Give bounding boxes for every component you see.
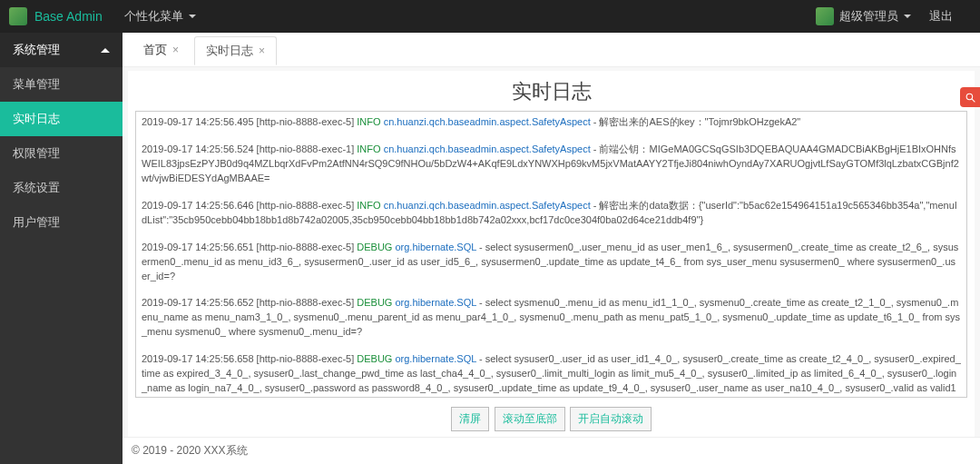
svg-line-1 bbox=[972, 99, 975, 102]
tab-bar: 首页×实时日志× bbox=[122, 33, 980, 67]
sidebar-header-system[interactable]: 系统管理 bbox=[0, 33, 122, 67]
log-level: DEBUG bbox=[357, 353, 392, 364]
tab[interactable]: 首页× bbox=[132, 35, 191, 64]
sidebar-item-label: 权限管理 bbox=[13, 145, 60, 162]
log-entry: 2019-09-17 14:25:56.524 [http-nio-8888-e… bbox=[142, 143, 961, 186]
log-entry: 2019-09-17 14:25:56.646 [http-nio-8888-e… bbox=[142, 199, 961, 228]
nav-user-dropdown[interactable]: 超级管理员 bbox=[839, 8, 911, 25]
user-avatar-icon[interactable] bbox=[816, 7, 834, 25]
log-message: - 解密出来的AES的key："Tojmr9bkOHzgekA2" bbox=[591, 116, 801, 127]
log-timestamp: 2019-09-17 14:25:56.652 [http-nio-8888-e… bbox=[142, 297, 357, 308]
log-timestamp: 2019-09-17 14:25:56.524 [http-nio-8888-e… bbox=[142, 143, 357, 154]
sidebar-item[interactable]: 实时日志 bbox=[0, 102, 122, 136]
page-title: 实时日志 bbox=[128, 71, 975, 111]
sidebar-item[interactable]: 用户管理 bbox=[0, 205, 122, 240]
log-logger: cn.huanzi.qch.baseadmin.aspect.SafetyAsp… bbox=[384, 143, 591, 154]
log-logger: org.hibernate.SQL bbox=[395, 242, 475, 252]
sidebar-item-label: 实时日志 bbox=[13, 111, 60, 127]
log-entry: 2019-09-17 14:25:56.495 [http-nio-8888-e… bbox=[142, 115, 961, 130]
chevron-up-icon bbox=[101, 48, 110, 53]
log-viewer[interactable]: 2019-09-17 14:25:56.495 [http-nio-8888-e… bbox=[135, 111, 967, 398]
main-area: 首页×实时日志× 实时日志 2019-09-17 14:25:56.495 [h… bbox=[122, 33, 980, 464]
log-timestamp: 2019-09-17 14:25:56.495 [http-nio-8888-e… bbox=[142, 116, 357, 127]
sidebar-item-label: 菜单管理 bbox=[13, 76, 60, 93]
log-level: DEBUG bbox=[357, 297, 392, 308]
search-icon bbox=[965, 92, 976, 104]
log-timestamp: 2019-09-17 14:25:56.646 [http-nio-8888-e… bbox=[142, 200, 357, 211]
auto-scroll-button[interactable]: 开启自动滚动 bbox=[570, 407, 652, 431]
tab[interactable]: 实时日志× bbox=[194, 36, 277, 65]
caret-down-icon bbox=[189, 15, 196, 18]
tab-label: 实时日志 bbox=[206, 43, 253, 59]
log-logger: cn.huanzi.qch.baseadmin.aspect.SafetyAsp… bbox=[384, 200, 591, 211]
caret-down-icon bbox=[904, 15, 911, 18]
log-level: INFO bbox=[357, 116, 380, 127]
log-logger: org.hibernate.SQL bbox=[395, 353, 475, 364]
log-entry: 2019-09-17 14:25:56.651 [http-nio-8888-e… bbox=[142, 241, 961, 284]
footer-text: © 2019 - 2020 XXX系统 bbox=[132, 443, 248, 459]
clear-button[interactable]: 清屏 bbox=[451, 407, 489, 431]
sidebar-item[interactable]: 菜单管理 bbox=[0, 67, 122, 102]
tab-label: 首页 bbox=[143, 42, 167, 58]
svg-point-0 bbox=[966, 94, 973, 100]
log-logger: cn.huanzi.qch.baseadmin.aspect.SafetyAsp… bbox=[384, 116, 591, 127]
nav-personalize-menu[interactable]: 个性化菜单 bbox=[124, 8, 196, 25]
log-level: INFO bbox=[357, 200, 380, 211]
nav-logout[interactable]: 退出 bbox=[929, 8, 953, 25]
sidebar-header-label: 系统管理 bbox=[13, 42, 60, 58]
log-timestamp: 2019-09-17 14:25:56.658 [http-nio-8888-e… bbox=[142, 353, 357, 364]
brand-title[interactable]: Base Admin bbox=[34, 9, 103, 24]
nav-personalize-label: 个性化菜单 bbox=[124, 8, 183, 25]
log-entry: 2019-09-17 14:25:56.658 [http-nio-8888-e… bbox=[142, 352, 961, 398]
scroll-bottom-button[interactable]: 滚动至底部 bbox=[495, 407, 565, 431]
sidebar-item-label: 系统设置 bbox=[13, 180, 60, 196]
log-button-row: 清屏 滚动至底部 开启自动滚动 bbox=[128, 401, 975, 437]
page-area: 实时日志 2019-09-17 14:25:56.495 [http-nio-8… bbox=[128, 71, 975, 437]
sidebar: 系统管理 菜单管理实时日志权限管理系统设置用户管理 bbox=[0, 33, 122, 464]
log-logger: org.hibernate.SQL bbox=[395, 297, 475, 308]
brand-logo-icon bbox=[9, 7, 27, 25]
close-icon[interactable]: × bbox=[172, 44, 179, 56]
sidebar-item[interactable]: 系统设置 bbox=[0, 171, 122, 205]
log-level: DEBUG bbox=[357, 242, 392, 252]
nav-user-label: 超级管理员 bbox=[839, 8, 898, 25]
sidebar-item-label: 用户管理 bbox=[13, 214, 60, 231]
log-timestamp: 2019-09-17 14:25:56.651 [http-nio-8888-e… bbox=[142, 242, 357, 252]
sidebar-item[interactable]: 权限管理 bbox=[0, 136, 122, 171]
log-entry: 2019-09-17 14:25:56.652 [http-nio-8888-e… bbox=[142, 296, 961, 340]
float-search-button[interactable] bbox=[960, 87, 980, 107]
close-icon[interactable]: × bbox=[259, 44, 265, 57]
log-level: INFO bbox=[357, 143, 380, 154]
footer: © 2019 - 2020 XXX系统 bbox=[122, 437, 980, 464]
top-navbar: Base Admin 个性化菜单 超级管理员 退出 bbox=[0, 0, 980, 33]
